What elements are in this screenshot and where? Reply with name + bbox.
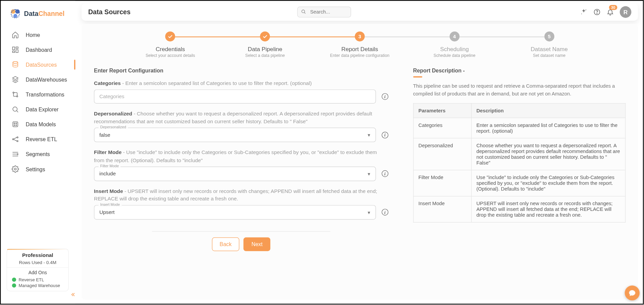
plan-card: Professional Rows Used - 0.4M Add Ons Re… (7, 248, 69, 291)
page-title: Data Sources (88, 8, 131, 16)
step-number: 5 (544, 31, 554, 41)
search-wrap (297, 7, 438, 18)
svg-point-5 (13, 92, 14, 93)
depersonalized-select[interactable]: Depersonalized false ▾ (94, 128, 376, 142)
plan-addons-label: Add Ons (7, 267, 68, 277)
svg-point-13 (13, 138, 14, 140)
explorer-icon (12, 106, 19, 113)
avatar[interactable]: R (620, 6, 631, 18)
svg-point-19 (585, 9, 586, 10)
table-row: Insert Mode UPSERT will insert only new … (413, 196, 625, 222)
svg-point-6 (17, 96, 18, 97)
info-icon[interactable]: i (382, 132, 388, 138)
table-row: Depersonalized Choose whether you want t… (413, 138, 625, 170)
sidebar-item-home[interactable]: Home (1, 27, 75, 42)
sidebar-collapse-button[interactable] (69, 290, 77, 299)
desc-title: Report Description - (413, 68, 625, 74)
home-icon (12, 31, 19, 39)
table-header-parameters: Parameters (413, 103, 471, 118)
dashboard-icon (12, 46, 19, 53)
categories-input[interactable] (94, 90, 376, 104)
field-label: Categories - Enter a semicolon separated… (94, 80, 388, 87)
sidebar-item-datamodels[interactable]: Data Models (1, 117, 75, 132)
step-scheduling[interactable]: 4 Scheduling Schedule data pipeline (407, 31, 502, 58)
chat-fab-button[interactable] (625, 285, 640, 300)
brand-logo[interactable]: DataChannel (1, 5, 75, 27)
form-actions: Back Next (94, 237, 388, 251)
search-icon (301, 9, 306, 15)
transform-icon (12, 91, 19, 98)
svg-point-20 (581, 14, 582, 14)
step-number: 3 (355, 31, 365, 41)
header-bar: Data Sources 30 R (82, 3, 638, 21)
back-button[interactable]: Back (212, 237, 239, 251)
info-icon[interactable]: i (382, 170, 388, 177)
sidebar-item-label: Reverse ETL (26, 136, 57, 142)
sidebar-item-label: DataWarehouses (26, 77, 67, 83)
svg-point-18 (302, 10, 305, 13)
sidebar-item-datawarehouses[interactable]: DataWarehouses (1, 72, 75, 87)
sidebar-item-label: Dashboard (26, 47, 52, 53)
brand-icon (10, 8, 21, 19)
plan-addon-reverseetl: Reverse ETL (7, 277, 68, 283)
svg-rect-1 (16, 47, 18, 49)
sidebar-item-segments[interactable]: Segments (1, 147, 75, 161)
svg-point-4 (13, 62, 18, 64)
insert-mode-select[interactable]: Insert Mode Upsert ▾ (94, 205, 376, 220)
accent-line (413, 76, 422, 78)
field-categories: Categories - Enter a semicolon separated… (94, 80, 388, 104)
stepper: Credentials Select your account details … (90, 29, 630, 60)
sparkle-icon[interactable] (580, 8, 588, 16)
form-heading: Enter Report Configuration (94, 68, 388, 74)
sidebar: DataChannel Home Dashboard DataSources (1, 1, 75, 304)
sidebar-item-label: Home (26, 32, 40, 38)
info-icon[interactable]: i (382, 93, 388, 100)
svg-point-16 (17, 153, 18, 155)
field-label: Depersonalized - Choose whether you want… (94, 110, 388, 125)
field-depersonalized: Depersonalized - Choose whether you want… (94, 110, 388, 143)
sidebar-item-datasources[interactable]: DataSources (1, 57, 75, 72)
brand-text: DataChannel (24, 10, 65, 17)
help-icon[interactable] (593, 8, 601, 16)
sidebar-item-dashboard[interactable]: Dashboard (1, 42, 75, 57)
field-insert-mode: Insert Mode - UPSERT will insert only ne… (94, 188, 388, 220)
sidebar-item-dataexplorer[interactable]: Data Explorer (1, 102, 75, 117)
check-icon (165, 31, 175, 41)
svg-point-10 (16, 123, 17, 124)
bell-icon[interactable]: 30 (606, 8, 614, 16)
svg-point-7 (13, 107, 17, 111)
select-value: false (99, 132, 110, 138)
svg-point-11 (14, 125, 15, 126)
notification-badge: 30 (609, 5, 617, 10)
svg-point-22 (597, 13, 597, 14)
sidebar-item-reverseetl[interactable]: Reverse ETL (1, 132, 75, 147)
field-label: Insert Mode - UPSERT will insert only ne… (94, 188, 388, 202)
gear-icon (12, 165, 19, 173)
sidebar-item-label: Segments (26, 151, 50, 157)
step-credentials[interactable]: Credentials Select your account details (123, 31, 218, 58)
field-filter-mode: Filter Mode - Use "include" to include o… (94, 149, 388, 181)
report-config-form: Enter Report Configuration Categories - … (94, 68, 388, 276)
chevron-down-icon: ▾ (368, 209, 371, 215)
next-button[interactable]: Next (244, 237, 270, 251)
step-data-pipeline[interactable]: Data Pipeline Select a data pipeline (218, 31, 313, 58)
segments-icon (12, 150, 19, 158)
svg-rect-2 (16, 50, 18, 52)
sidebar-item-label: DataSources (26, 62, 57, 68)
sidebar-item-label: Transformations (26, 91, 64, 97)
table-header-description: Description (471, 103, 625, 118)
plan-addon-managedwarehouse: Managed Warehouse (7, 283, 68, 288)
step-report-details[interactable]: 3 Report Details Enter data pipeline con… (313, 31, 407, 58)
report-description-panel: Report Description - This pipeline can b… (413, 68, 625, 276)
svg-rect-0 (13, 47, 15, 50)
layers-icon (12, 76, 19, 83)
sidebar-item-label: Data Explorer (26, 106, 59, 112)
filter-mode-select[interactable]: Filter Mode include ▾ (94, 167, 376, 181)
step-dataset-name[interactable]: 5 Dataset Name Set dataset name (502, 31, 597, 58)
parameters-table: Parameters Description Categories Enter … (413, 103, 625, 223)
sidebar-item-settings[interactable]: Settings (1, 161, 75, 176)
check-icon (260, 31, 270, 41)
sidebar-item-transformations[interactable]: Transformations (1, 87, 75, 102)
info-icon[interactable]: i (382, 209, 388, 216)
sidebar-nav: Home Dashboard DataSources DataWarehouse… (1, 27, 75, 177)
